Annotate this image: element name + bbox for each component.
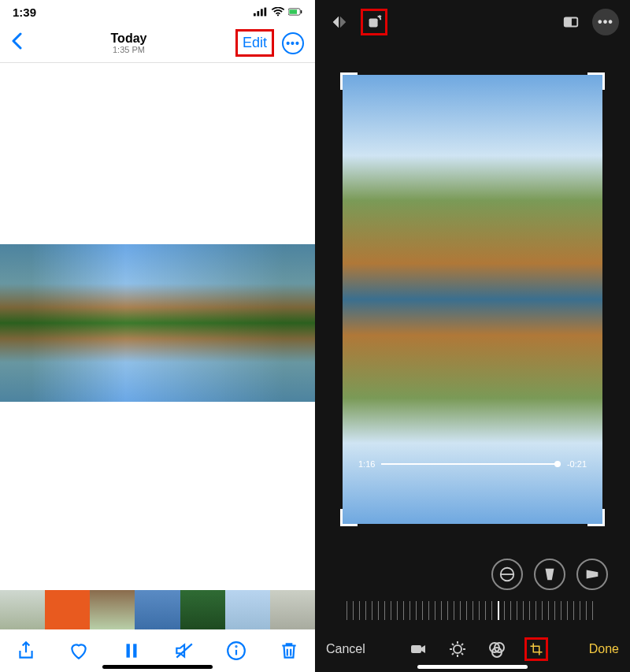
svg-point-19 bbox=[454, 645, 461, 653]
mute-icon bbox=[173, 640, 194, 661]
ellipsis-icon: ••• bbox=[286, 37, 300, 50]
filmstrip-frame[interactable] bbox=[225, 590, 270, 629]
svg-rect-0 bbox=[254, 13, 256, 17]
straighten-dial[interactable] bbox=[315, 595, 630, 626]
dial-ticks[interactable] bbox=[346, 601, 598, 620]
status-icons bbox=[254, 7, 302, 17]
filmstrip-frame[interactable] bbox=[0, 590, 45, 629]
timeline-knob[interactable] bbox=[554, 461, 561, 467]
vertical-perspective-button[interactable] bbox=[534, 559, 565, 590]
filmstrip-frame[interactable] bbox=[135, 590, 180, 629]
svg-rect-13 bbox=[369, 18, 378, 27]
share-button[interactable] bbox=[15, 640, 37, 662]
timeline-remaining: -0:21 bbox=[567, 459, 587, 469]
trash-icon bbox=[279, 640, 299, 661]
filmstrip-frame[interactable] bbox=[270, 590, 315, 629]
crop-tab-icon bbox=[529, 640, 543, 659]
svg-rect-3 bbox=[265, 8, 267, 17]
filters-tab[interactable] bbox=[485, 637, 509, 661]
geometry-controls bbox=[315, 554, 630, 595]
svg-rect-1 bbox=[258, 11, 260, 16]
ellipsis-icon: ••• bbox=[598, 15, 613, 29]
vertical-perspective-icon bbox=[541, 566, 558, 583]
back-button[interactable] bbox=[11, 31, 22, 55]
photos-viewer-screen: 1:39 Today 1:35 PM Edit ••• bbox=[0, 0, 315, 672]
pause-button[interactable] bbox=[120, 640, 143, 662]
flip-horizontal-button[interactable] bbox=[326, 9, 353, 35]
mute-button[interactable] bbox=[172, 640, 195, 662]
nav-right-group: Edit ••• bbox=[235, 29, 304, 57]
wifi-icon bbox=[271, 7, 285, 17]
svg-rect-15 bbox=[565, 18, 572, 27]
adjust-tab[interactable] bbox=[446, 637, 469, 661]
title-main: Today bbox=[111, 32, 147, 46]
svg-rect-6 bbox=[289, 9, 297, 14]
svg-point-12 bbox=[235, 646, 236, 647]
cancel-button[interactable]: Cancel bbox=[326, 642, 365, 656]
share-icon bbox=[16, 640, 36, 661]
pause-icon bbox=[121, 640, 142, 661]
back-chevron-icon bbox=[11, 32, 22, 50]
crop-handle-tl[interactable] bbox=[340, 72, 358, 90]
filmstrip-frame[interactable] bbox=[45, 590, 90, 629]
home-indicator[interactable] bbox=[417, 665, 528, 669]
aspect-ratio-icon bbox=[562, 13, 580, 31]
filters-tab-icon bbox=[487, 640, 506, 659]
editor-top-bar: ••• bbox=[315, 0, 630, 44]
svg-rect-2 bbox=[261, 9, 263, 16]
edit-button[interactable]: Edit bbox=[235, 29, 274, 57]
crop-frame[interactable]: 1:16 -0:21 bbox=[343, 75, 602, 524]
filmstrip-frame[interactable] bbox=[90, 590, 135, 629]
video-filmstrip[interactable] bbox=[0, 590, 315, 629]
info-icon bbox=[226, 640, 246, 661]
straighten-icon bbox=[498, 566, 516, 583]
editor-more-button[interactable]: ••• bbox=[592, 9, 619, 35]
cellular-icon bbox=[254, 7, 268, 17]
straighten-button[interactable] bbox=[491, 559, 523, 590]
timeline-elapsed: 1:16 bbox=[358, 459, 375, 469]
video-tab-icon bbox=[409, 640, 428, 659]
svg-point-4 bbox=[277, 14, 279, 16]
delete-button[interactable] bbox=[278, 640, 300, 662]
timeline-track[interactable] bbox=[381, 463, 561, 465]
horizontal-perspective-button[interactable] bbox=[576, 559, 608, 590]
aspect-ratio-button[interactable] bbox=[558, 9, 584, 35]
status-bar: 1:39 bbox=[0, 0, 315, 24]
flip-horizontal-icon bbox=[331, 13, 348, 31]
nav-bar: Today 1:35 PM Edit ••• bbox=[0, 24, 315, 63]
heart-icon bbox=[69, 640, 89, 661]
video-timeline[interactable]: 1:16 -0:21 bbox=[358, 459, 587, 469]
title-block: Today 1:35 PM bbox=[111, 32, 147, 55]
crop-handle-br[interactable] bbox=[587, 509, 605, 526]
svg-rect-9 bbox=[133, 644, 136, 657]
main-photo-preview[interactable] bbox=[0, 244, 315, 402]
crop-handle-bl[interactable] bbox=[340, 509, 358, 526]
home-indicator[interactable] bbox=[102, 665, 213, 669]
video-tab[interactable] bbox=[406, 637, 430, 661]
rotate-icon bbox=[365, 13, 383, 31]
svg-rect-18 bbox=[411, 645, 421, 653]
filmstrip-frame[interactable] bbox=[180, 590, 225, 629]
rotate-button[interactable] bbox=[361, 9, 387, 35]
crop-tab[interactable] bbox=[524, 637, 548, 661]
svg-rect-8 bbox=[126, 644, 129, 657]
horizontal-perspective-icon bbox=[584, 566, 601, 583]
title-subtitle: 1:35 PM bbox=[111, 45, 147, 54]
done-button[interactable]: Done bbox=[589, 642, 619, 656]
svg-rect-7 bbox=[301, 10, 302, 13]
crop-handle-tr[interactable] bbox=[587, 72, 605, 90]
info-button[interactable] bbox=[225, 640, 247, 662]
crop-editor-screen: ••• 1:16 -0:21 Cancel bbox=[315, 0, 630, 672]
battery-charging-icon bbox=[288, 7, 302, 17]
favorite-button[interactable] bbox=[68, 640, 90, 662]
more-button[interactable]: ••• bbox=[282, 32, 304, 54]
crop-canvas[interactable]: 1:16 -0:21 bbox=[326, 44, 619, 554]
adjust-tab-icon bbox=[448, 640, 467, 659]
status-time: 1:39 bbox=[13, 6, 36, 19]
